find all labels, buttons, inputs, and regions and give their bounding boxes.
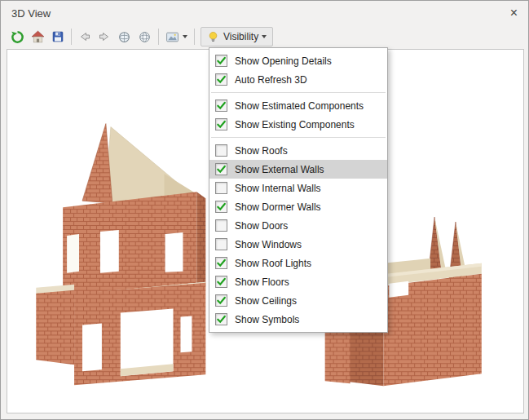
rotate-left-icon <box>78 30 91 43</box>
save-icon <box>51 30 64 43</box>
menu-item-label: Show Opening Details <box>235 55 332 67</box>
chevron-down-icon <box>262 35 267 38</box>
menu-item-label: Show External Walls <box>235 164 324 175</box>
checkbox-icon <box>215 257 227 269</box>
annex-window-opening <box>389 281 408 298</box>
lightbulb-icon <box>207 31 219 43</box>
visibility-menu-item[interactable]: Show Roof Lights <box>209 254 387 272</box>
orbit-button[interactable] <box>115 27 134 46</box>
window-opening <box>180 316 192 353</box>
rotate-right-icon <box>98 30 111 43</box>
menu-item-label: Show Windows <box>235 239 302 250</box>
refresh-button[interactable] <box>8 27 27 46</box>
render-mode-icon <box>165 30 179 44</box>
balcony-wall <box>36 290 74 365</box>
menu-separator <box>211 137 386 138</box>
checkbox-icon <box>215 313 227 325</box>
visibility-menu-item[interactable]: Show External Walls <box>209 160 387 179</box>
door-opening <box>82 323 102 371</box>
3d-view-window: 3D View × <box>0 0 529 420</box>
visibility-menu-item[interactable]: Show Symbols <box>209 310 387 329</box>
checkbox-icon <box>215 55 227 67</box>
render-mode-button[interactable] <box>163 27 190 46</box>
refresh-icon <box>11 30 24 44</box>
visibility-menu-item[interactable]: Show Estimated Components <box>209 96 387 115</box>
window-opening <box>100 230 119 273</box>
visibility-menu-item[interactable]: Show Windows <box>209 235 387 254</box>
home-icon <box>31 30 45 44</box>
front-gable <box>82 124 112 204</box>
checkbox-icon <box>215 201 227 213</box>
menu-item-label: Show Existing Components <box>235 119 355 130</box>
window-title: 3D View <box>11 7 51 20</box>
checkbox-icon <box>215 118 227 130</box>
close-icon[interactable]: × <box>507 5 521 21</box>
chevron-down-icon <box>183 35 187 38</box>
upper-side-wall <box>196 192 205 285</box>
checkbox-icon <box>215 182 227 194</box>
menu-item-label: Auto Refresh 3D <box>235 74 307 86</box>
visibility-menu-item[interactable]: Show Doors <box>209 216 387 235</box>
zoom-extents-button[interactable] <box>135 27 154 46</box>
sphere-axes-icon <box>138 30 152 44</box>
visibility-menu-item[interactable]: Show Opening Details <box>209 51 387 70</box>
toolbar-separator <box>194 29 195 45</box>
rotate-right-button[interactable] <box>95 27 113 46</box>
main-house <box>36 124 205 386</box>
toolbar-separator <box>158 29 159 45</box>
checkbox-icon <box>215 73 227 86</box>
visibility-menu-item[interactable]: Show Internal Walls <box>209 179 387 197</box>
checkbox-icon <box>215 276 227 288</box>
visibility-label: Visibility <box>223 31 258 42</box>
menu-item-label: Show Floors <box>235 276 289 288</box>
menu-separator <box>211 92 386 93</box>
checkbox-icon <box>215 99 227 112</box>
checkbox-icon <box>215 238 227 250</box>
visibility-menu-item[interactable]: Show Existing Components <box>209 115 387 134</box>
orbit-icon <box>117 30 131 44</box>
checkbox-icon <box>215 294 227 307</box>
visibility-menu-item[interactable]: Show Ceilings <box>209 291 387 310</box>
visibility-menu-item[interactable]: Show Dormer Walls <box>209 197 387 216</box>
toolbar: Visibility <box>7 26 274 47</box>
window-opening <box>67 234 79 273</box>
menu-item-label: Show Internal Walls <box>235 183 321 194</box>
visibility-menu-item[interactable]: Auto Refresh 3D <box>209 70 387 89</box>
visibility-button[interactable]: Visibility <box>201 27 273 46</box>
visibility-menu-item[interactable]: Show Roofs <box>209 141 387 160</box>
visibility-menu: Show Opening Details Auto Refresh 3D Sho <box>209 47 388 333</box>
menu-item-label: Show Dormer Walls <box>235 201 321 213</box>
checkbox-icon <box>215 163 227 175</box>
visibility-menu-item[interactable]: Show Floors <box>209 272 387 291</box>
menu-item-label: Show Roofs <box>235 145 288 157</box>
menu-item-label: Show Estimated Components <box>235 100 364 112</box>
home-view-button[interactable] <box>29 27 47 46</box>
menu-item-label: Show Doors <box>235 220 288 232</box>
menu-item-label: Show Ceilings <box>235 295 297 307</box>
toolbar-separator <box>71 29 72 45</box>
menu-item-label: Show Symbols <box>235 314 299 325</box>
menu-item-label: Show Roof Lights <box>235 258 311 269</box>
titlebar: 3D View × <box>1 1 528 25</box>
checkbox-icon <box>215 219 227 232</box>
window-opening <box>165 232 183 272</box>
checkbox-icon <box>215 144 227 157</box>
save-image-button[interactable] <box>49 27 67 46</box>
rotate-left-button[interactable] <box>76 27 94 46</box>
